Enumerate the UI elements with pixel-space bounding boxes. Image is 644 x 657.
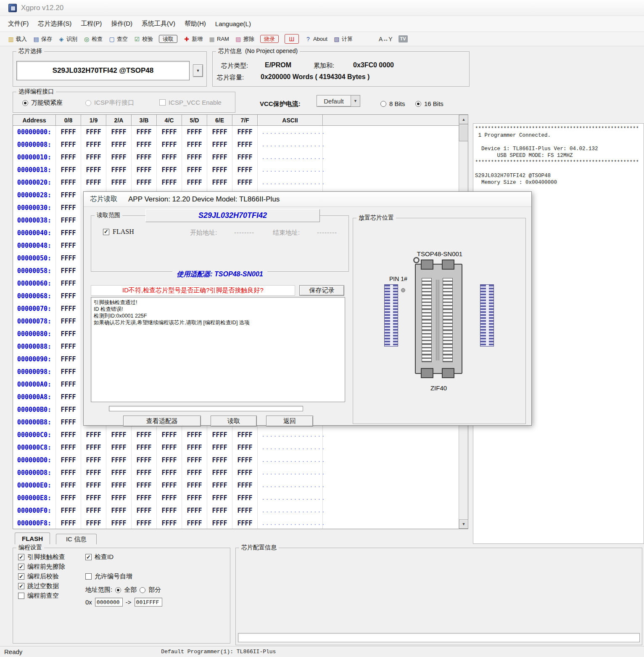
read-button[interactable]: 读取 <box>159 35 177 43</box>
add-new-button[interactable]: ✚新增 <box>183 35 203 42</box>
hex-cell[interactable]: FFFF <box>182 126 207 138</box>
hex-cell[interactable]: FFFF <box>182 466 207 479</box>
hex-cell[interactable]: FFFF <box>56 441 81 454</box>
hex-cell[interactable]: FFFF <box>132 441 157 454</box>
table-row[interactable]: 000000F8:FFFFFFFFFFFFFFFFFFFFFFFFFFFFFFF… <box>13 517 459 529</box>
menu-item[interactable]: 操作(D) <box>106 17 137 31</box>
tab-flash[interactable]: FLASH <box>15 532 50 544</box>
hex-cell[interactable]: FFFF <box>56 466 81 479</box>
scroll-down-button[interactable]: ▼ <box>459 519 468 529</box>
table-row[interactable]: 000000C0:FFFFFFFFFFFFFFFFFFFFFFFFFFFFFFF… <box>13 429 459 441</box>
save-button[interactable]: ▤保存 <box>33 35 52 42</box>
hex-cell[interactable]: FFFF <box>157 517 182 529</box>
hex-cell[interactable]: FFFF <box>157 504 182 517</box>
hex-cell[interactable]: FFFF <box>207 441 232 454</box>
hex-cell[interactable]: FFFF <box>56 479 81 492</box>
hex-cell[interactable]: FFFF <box>132 466 157 479</box>
hex-cell[interactable]: FFFF <box>132 504 157 517</box>
hex-cell[interactable]: FFFF <box>207 492 232 504</box>
hex-cell[interactable]: FFFF <box>106 429 132 441</box>
hex-cell[interactable]: FFFF <box>232 479 258 492</box>
hex-cell[interactable]: FFFF <box>56 252 81 265</box>
table-row[interactable]: 00000018:FFFFFFFFFFFFFFFFFFFFFFFFFFFFFFF… <box>13 164 459 176</box>
table-row[interactable]: 000000C8:FFFFFFFFFFFFFFFFFFFFFFFFFFFFFFF… <box>13 441 459 454</box>
hex-cell[interactable]: FFFF <box>132 479 157 492</box>
addr-range-part-radio[interactable] <box>140 587 145 593</box>
hex-cell[interactable]: FFFF <box>232 151 258 164</box>
hex-cell[interactable]: FFFF <box>157 164 182 176</box>
hex-cell[interactable]: FFFF <box>81 441 106 454</box>
hex-cell[interactable]: FFFF <box>232 164 258 176</box>
hex-cell[interactable]: FFFF <box>182 151 207 164</box>
chip-select-combo[interactable]: S29JL032H70TFI42 @TSOP48 <box>16 61 190 80</box>
tv-button[interactable]: TV <box>399 35 408 42</box>
hex-cell[interactable]: FFFF <box>182 138 207 151</box>
hex-cell[interactable]: FFFF <box>182 479 207 492</box>
hex-cell[interactable]: FFFF <box>157 479 182 492</box>
save-log-button[interactable]: 保存记录 <box>299 285 344 296</box>
hex-cell[interactable]: FFFF <box>81 479 106 492</box>
hex-cell[interactable]: FFFF <box>56 328 81 340</box>
table-row[interactable]: 00000008:FFFFFFFFFFFFFFFFFFFFFFFFFFFFFFF… <box>13 138 459 151</box>
hex-cell[interactable]: FFFF <box>81 138 106 151</box>
verify-after-program-checkbox[interactable] <box>18 573 24 580</box>
hex-cell[interactable]: FFFF <box>132 126 157 138</box>
hex-cell[interactable]: FFFF <box>157 138 182 151</box>
blank-check-before-program-checkbox[interactable] <box>18 593 24 599</box>
dialog-titlebar[interactable]: 芯片读取 APP Version: 12.20 Device Model: TL… <box>84 192 531 207</box>
hex-cell[interactable]: FFFF <box>106 176 132 189</box>
hex-cell[interactable]: FFFF <box>157 151 182 164</box>
vcc-current-select[interactable]: Default ▼ <box>317 95 360 107</box>
hex-cell[interactable]: FFFF <box>56 302 81 315</box>
converter-button[interactable]: A↔Y <box>379 35 393 42</box>
hex-cell[interactable]: FFFF <box>182 504 207 517</box>
hex-cell[interactable]: FFFF <box>157 454 182 466</box>
hex-cell[interactable]: FFFF <box>207 454 232 466</box>
hex-cell[interactable]: FFFF <box>81 151 106 164</box>
burn-button[interactable]: 烧录 <box>260 35 279 43</box>
hex-cell[interactable]: FFFF <box>106 138 132 151</box>
hex-cell[interactable]: FFFF <box>182 176 207 189</box>
tab-ic-info[interactable]: IC 信息 <box>56 534 97 544</box>
load-button[interactable]: ▥载入 <box>8 35 27 42</box>
hex-cell[interactable]: FFFF <box>56 403 81 416</box>
hex-cell[interactable]: FFFF <box>232 126 258 138</box>
hex-cell[interactable]: FFFF <box>56 454 81 466</box>
hex-cell[interactable]: FFFF <box>81 517 106 529</box>
hex-cell[interactable]: FFFF <box>232 176 258 189</box>
hex-cell[interactable]: FFFF <box>157 176 182 189</box>
hex-cell[interactable]: FFFF <box>106 492 132 504</box>
hex-cell[interactable]: FFFF <box>81 126 106 138</box>
hex-cell[interactable]: FFFF <box>56 138 81 151</box>
chip-pins-button[interactable]: Ш <box>285 34 299 44</box>
blank-check-button[interactable]: ▢查空 <box>108 35 128 42</box>
hex-cell[interactable]: FFFF <box>207 151 232 164</box>
hex-cell[interactable]: FFFF <box>56 265 81 277</box>
hex-cell[interactable]: FFFF <box>81 504 106 517</box>
addr-end-input[interactable]: 001FFFF <box>135 598 162 607</box>
verify-button[interactable]: ☑校验 <box>134 35 153 42</box>
hex-cell[interactable]: FFFF <box>81 429 106 441</box>
menu-item[interactable]: 帮助(H) <box>180 17 211 31</box>
icsp-radio[interactable] <box>85 100 91 106</box>
bits-8-radio[interactable] <box>380 101 386 107</box>
hex-cell[interactable]: FFFF <box>106 164 132 176</box>
hex-cell[interactable]: FFFF <box>106 454 132 466</box>
hex-cell[interactable]: FFFF <box>81 164 106 176</box>
hex-cell[interactable]: FFFF <box>56 176 81 189</box>
hex-cell[interactable]: FFFF <box>232 466 258 479</box>
hex-cell[interactable]: FFFF <box>56 315 81 328</box>
hex-cell[interactable]: FFFF <box>81 454 106 466</box>
hex-cell[interactable]: FFFF <box>56 214 81 227</box>
hex-cell[interactable]: FFFF <box>157 441 182 454</box>
dialog-read-button[interactable]: 读取 <box>211 416 257 427</box>
menu-item[interactable]: 芯片选择(S) <box>33 17 76 31</box>
about-button[interactable]: ?About <box>305 35 327 42</box>
hex-cell[interactable]: FFFF <box>56 151 81 164</box>
hex-cell[interactable]: FFFF <box>56 504 81 517</box>
table-row[interactable]: 000000D8:FFFFFFFFFFFFFFFFFFFFFFFFFFFFFFF… <box>13 466 459 479</box>
menu-item[interactable]: 系统工具(V) <box>137 17 180 31</box>
hex-cell[interactable]: FFFF <box>56 340 81 353</box>
table-row[interactable]: 00000020:FFFFFFFFFFFFFFFFFFFFFFFFFFFFFFF… <box>13 176 459 189</box>
hex-cell[interactable]: FFFF <box>207 164 232 176</box>
